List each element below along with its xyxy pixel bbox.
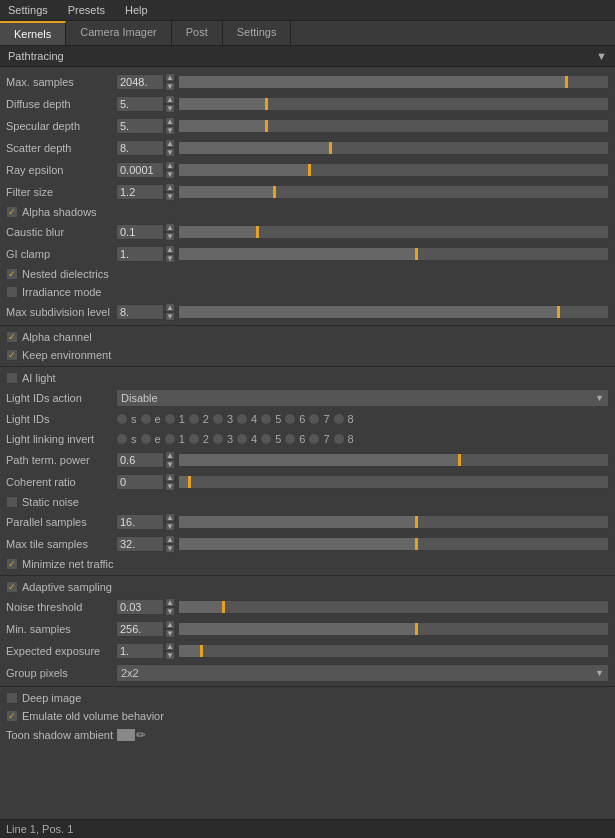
irradiance-mode-checkbox[interactable] [6, 286, 18, 298]
light-link-radio-3[interactable] [212, 433, 224, 445]
ray-epsilon-input[interactable] [116, 162, 164, 178]
ai-light-checkbox[interactable] [6, 372, 18, 384]
max-subdivision-spinner[interactable]: ▲▼ [165, 303, 175, 321]
light-ids-radio-2[interactable] [188, 413, 200, 425]
light-ids-radio-4[interactable] [236, 413, 248, 425]
tab-kernels[interactable]: Kernels [0, 21, 66, 45]
adaptive-sampling-label[interactable]: ✓ Adaptive sampling [6, 581, 112, 593]
ai-light-label[interactable]: AI light [6, 372, 56, 384]
light-link-radio-e[interactable] [140, 433, 152, 445]
light-ids-radio-e[interactable] [140, 413, 152, 425]
diffuse-depth-spinner[interactable]: ▲▼ [165, 95, 175, 113]
path-term-power-input[interactable] [116, 452, 164, 468]
menu-settings[interactable]: Settings [4, 2, 52, 18]
parallel-samples-spinner[interactable]: ▲▼ [165, 513, 175, 531]
noise-threshold-slider[interactable] [178, 600, 609, 614]
caustic-blur-slider[interactable] [178, 225, 609, 239]
diffuse-depth-input[interactable] [116, 96, 164, 112]
max-subdivision-input[interactable] [116, 304, 164, 320]
static-noise-checkbox[interactable] [6, 496, 18, 508]
filter-size-slider[interactable] [178, 185, 609, 199]
min-samples-spinner[interactable]: ▲▼ [165, 620, 175, 638]
expected-exposure-spinner[interactable]: ▲▼ [165, 642, 175, 660]
alpha-shadows-label[interactable]: ✓ Alpha shadows [6, 206, 97, 218]
scatter-depth-slider[interactable] [178, 141, 609, 155]
expected-exposure-input[interactable] [116, 643, 164, 659]
light-ids-radio-8[interactable] [333, 413, 345, 425]
light-link-radio-8[interactable] [333, 433, 345, 445]
coherent-ratio-slider[interactable] [178, 475, 609, 489]
max-tile-samples-spinner[interactable]: ▲▼ [165, 535, 175, 553]
specular-depth-slider[interactable] [178, 119, 609, 133]
path-term-power-slider[interactable] [178, 453, 609, 467]
group-pixels-dropdown[interactable]: 2x2 ▼ [116, 664, 609, 682]
alpha-channel-label[interactable]: ✓ Alpha channel [6, 331, 92, 343]
light-ids-radio-5[interactable] [260, 413, 272, 425]
noise-threshold-input[interactable] [116, 599, 164, 615]
light-link-radio-7[interactable] [308, 433, 320, 445]
light-link-radio-5[interactable] [260, 433, 272, 445]
max-tile-samples-input[interactable] [116, 536, 164, 552]
max-tile-samples-slider[interactable] [178, 537, 609, 551]
light-link-radio-6[interactable] [284, 433, 296, 445]
caustic-blur-spinner[interactable]: ▲▼ [165, 223, 175, 241]
light-ids-radio-3[interactable] [212, 413, 224, 425]
specular-depth-spinner[interactable]: ▲▼ [165, 117, 175, 135]
min-samples-input[interactable] [116, 621, 164, 637]
ray-epsilon-slider[interactable] [178, 163, 609, 177]
toon-shadow-color-swatch[interactable] [116, 728, 136, 742]
minimize-net-traffic-checkbox[interactable]: ✓ [6, 558, 18, 570]
tab-settings-tab[interactable]: Settings [223, 21, 292, 45]
light-link-radio-4[interactable] [236, 433, 248, 445]
irradiance-mode-label[interactable]: Irradiance mode [6, 286, 102, 298]
light-link-radio-2[interactable] [188, 433, 200, 445]
light-ids-radio-s[interactable] [116, 413, 128, 425]
section-pathtracing[interactable]: Pathtracing ▼ [0, 46, 615, 67]
max-samples-input[interactable] [116, 74, 164, 90]
gi-clamp-input[interactable] [116, 246, 164, 262]
menu-presets[interactable]: Presets [64, 2, 109, 18]
deep-image-checkbox[interactable] [6, 692, 18, 704]
menu-help[interactable]: Help [121, 2, 152, 18]
path-term-power-spinner[interactable]: ▲▼ [165, 451, 175, 469]
max-samples-slider[interactable] [178, 75, 609, 89]
light-ids-radio-1[interactable] [164, 413, 176, 425]
max-subdivision-slider[interactable] [178, 305, 609, 319]
alpha-channel-checkbox[interactable]: ✓ [6, 331, 18, 343]
min-samples-slider[interactable] [178, 622, 609, 636]
deep-image-label[interactable]: Deep image [6, 692, 81, 704]
static-noise-label[interactable]: Static noise [6, 496, 79, 508]
adaptive-sampling-checkbox[interactable]: ✓ [6, 581, 18, 593]
emulate-old-volume-label[interactable]: ✓ Emulate old volume behavior [6, 710, 164, 722]
light-ids-radio-7[interactable] [308, 413, 320, 425]
parallel-samples-input[interactable] [116, 514, 164, 530]
caustic-blur-input[interactable] [116, 224, 164, 240]
pencil-icon[interactable]: ✏ [136, 728, 146, 742]
minimize-net-traffic-label[interactable]: ✓ Minimize net traffic [6, 558, 114, 570]
coherent-ratio-input[interactable] [116, 474, 164, 490]
expected-exposure-slider[interactable] [178, 644, 609, 658]
light-link-radio-1[interactable] [164, 433, 176, 445]
noise-threshold-spinner[interactable]: ▲▼ [165, 598, 175, 616]
light-ids-action-dropdown[interactable]: Disable ▼ [116, 389, 609, 407]
tab-post[interactable]: Post [172, 21, 223, 45]
nested-dielectrics-checkbox[interactable]: ✓ [6, 268, 18, 280]
scatter-depth-input[interactable] [116, 140, 164, 156]
nested-dielectrics-label[interactable]: ✓ Nested dielectrics [6, 268, 109, 280]
light-link-radio-s[interactable] [116, 433, 128, 445]
keep-environment-label[interactable]: ✓ Keep environment [6, 349, 111, 361]
coherent-ratio-spinner[interactable]: ▲▼ [165, 473, 175, 491]
tab-camera-imager[interactable]: Camera Imager [66, 21, 171, 45]
emulate-old-volume-checkbox[interactable]: ✓ [6, 710, 18, 722]
scatter-depth-spinner[interactable]: ▲▼ [165, 139, 175, 157]
light-ids-radio-6[interactable] [284, 413, 296, 425]
specular-depth-input[interactable] [116, 118, 164, 134]
keep-environment-checkbox[interactable]: ✓ [6, 349, 18, 361]
diffuse-depth-slider[interactable] [178, 97, 609, 111]
ray-epsilon-spinner[interactable]: ▲▼ [165, 161, 175, 179]
filter-size-spinner[interactable]: ▲▼ [165, 183, 175, 201]
max-samples-spinner[interactable]: ▲▼ [165, 73, 175, 91]
filter-size-input[interactable] [116, 184, 164, 200]
gi-clamp-slider[interactable] [178, 247, 609, 261]
gi-clamp-spinner[interactable]: ▲▼ [165, 245, 175, 263]
